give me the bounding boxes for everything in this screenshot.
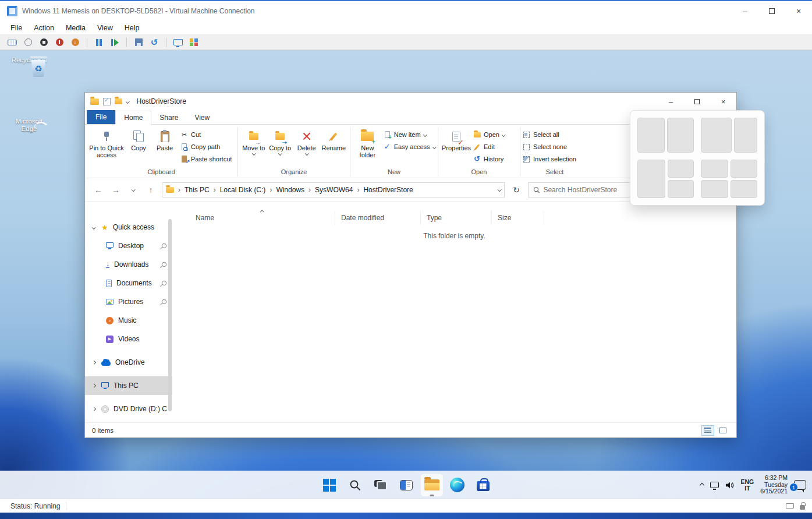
snap-layout-two-equal[interactable] — [637, 118, 694, 153]
task-view-button[interactable] — [369, 474, 392, 497]
edit-button[interactable]: Edit — [473, 142, 505, 152]
snap-zone[interactable] — [701, 180, 728, 198]
expand-chevron-icon[interactable] — [92, 384, 95, 387]
explorer-minimize-button[interactable]: – — [658, 93, 684, 110]
tab-share[interactable]: Share — [151, 111, 186, 124]
select-all-button[interactable]: Select all — [523, 129, 576, 140]
copy-path-button[interactable]: Copy path — [180, 142, 232, 152]
qat-customize-chevron-icon[interactable] — [126, 100, 129, 103]
edge-taskbar-button[interactable] — [446, 474, 469, 497]
nav-scrollbar[interactable] — [168, 219, 172, 411]
properties-button[interactable]: ✓ Properties — [441, 127, 472, 151]
copy-button[interactable]: Copy — [126, 127, 151, 151]
tray-overflow-chevron-icon[interactable] — [699, 482, 704, 487]
snap-layout-left-plus-stack[interactable] — [637, 160, 694, 198]
paste-button[interactable]: Paste — [151, 127, 178, 151]
rename-button[interactable]: Rename — [320, 127, 348, 151]
qat-properties-icon[interactable] — [103, 98, 111, 105]
sidebar-item-music[interactable]: ♪ Music — [85, 311, 172, 330]
desktop-icon-recycle-bin[interactable]: ♻ Recycle Bin — [7, 55, 51, 64]
file-explorer-taskbar-button[interactable] — [420, 474, 444, 497]
up-button[interactable]: ↑ — [144, 183, 157, 196]
checkpoint-icon[interactable] — [133, 37, 144, 48]
forward-button[interactable]: → — [109, 183, 122, 196]
revert-icon[interactable]: ↺ — [149, 37, 159, 48]
copy-to-button[interactable]: ⇢ Copy to — [267, 127, 294, 155]
expand-chevron-icon[interactable] — [92, 361, 95, 364]
sidebar-item-desktop[interactable]: Desktop — [85, 236, 172, 255]
expand-chevron-icon[interactable] — [92, 225, 95, 229]
ctrl-alt-del-icon[interactable] — [7, 37, 17, 48]
snap-zone[interactable] — [731, 160, 758, 178]
vm-close-button[interactable]: × — [785, 1, 812, 21]
snap-layout-quad[interactable] — [701, 160, 757, 198]
snap-zone[interactable] — [637, 160, 665, 198]
tab-home[interactable]: Home — [115, 111, 151, 125]
explorer-close-button[interactable]: × — [710, 93, 736, 110]
snap-zone[interactable] — [668, 180, 694, 198]
start-button[interactable] — [318, 474, 341, 497]
volume-icon[interactable] — [725, 481, 735, 489]
address-dropdown-chevron[interactable] — [498, 188, 501, 191]
menu-media[interactable]: Media — [60, 24, 91, 32]
save-vm-icon[interactable]: ↓ — [70, 37, 80, 48]
select-none-button[interactable]: Select none — [523, 142, 576, 152]
widgets-button[interactable] — [395, 474, 418, 497]
start-vm-icon[interactable] — [23, 37, 33, 48]
new-folder-button[interactable]: ＋ New folder — [353, 127, 382, 158]
new-item-button[interactable]: New item — [384, 129, 435, 140]
column-header-size[interactable]: Size — [492, 211, 544, 225]
invert-selection-button[interactable]: Invert selection — [523, 154, 576, 164]
qat-new-folder-icon[interactable] — [115, 98, 122, 104]
back-button[interactable]: ← — [92, 183, 105, 196]
column-header-date-modified[interactable]: Date modified — [335, 211, 421, 225]
language-indicator[interactable]: ENG IT — [741, 479, 754, 492]
desktop-icon-microsoft-edge[interactable]: Microsoft Edge — [7, 116, 51, 133]
history-button[interactable]: ↺ History — [473, 154, 505, 164]
easy-access-button[interactable]: ✓ Easy access — [384, 142, 435, 152]
sidebar-item-onedrive[interactable]: OneDrive — [85, 353, 172, 372]
tab-view[interactable]: View — [186, 111, 218, 124]
column-header-type[interactable]: Type — [421, 211, 492, 225]
taskbar-search-button[interactable] — [343, 474, 367, 497]
breadcrumb-item[interactable]: HostDriverStore — [363, 186, 413, 194]
sidebar-item-this-pc[interactable]: This PC — [85, 376, 172, 395]
snap-zone[interactable] — [701, 160, 728, 178]
tab-file[interactable]: File — [87, 110, 115, 124]
snap-zone[interactable] — [667, 118, 694, 153]
vm-maximize-button[interactable] — [758, 1, 785, 21]
sidebar-item-pictures[interactable]: Pictures — [85, 292, 172, 311]
open-button[interactable]: Open — [473, 129, 505, 140]
menu-action[interactable]: Action — [28, 24, 60, 32]
notification-center-icon[interactable]: 1 — [794, 480, 806, 490]
breadcrumb-item[interactable]: SysWOW64 — [315, 186, 353, 194]
sidebar-item-quick-access[interactable]: ★ Quick access — [85, 218, 172, 236]
pause-icon[interactable] — [94, 37, 104, 48]
large-icons-view-toggle[interactable] — [717, 425, 729, 436]
menu-view[interactable]: View — [91, 24, 119, 32]
recent-locations-chevron[interactable] — [127, 183, 140, 196]
snap-layout-left-wide[interactable] — [701, 118, 757, 153]
snap-zone[interactable] — [637, 118, 665, 153]
sidebar-item-dvd-drive[interactable]: DVD Drive (D:) C — [85, 400, 172, 418]
breadcrumb-item[interactable]: This PC — [185, 186, 210, 194]
address-box[interactable]: › This PC › Local Disk (C:) › Windows › … — [162, 182, 505, 197]
sidebar-item-downloads[interactable]: ↓ Downloads — [85, 255, 172, 274]
checkpoint-settings-icon[interactable] — [189, 37, 199, 48]
cut-button[interactable]: ✂ Cut — [180, 129, 232, 140]
refresh-button[interactable]: ↻ — [509, 182, 523, 197]
breadcrumb-item[interactable]: Local Disk (C:) — [220, 186, 266, 194]
sidebar-item-documents[interactable]: Documents — [85, 274, 172, 292]
vm-minimize-button[interactable]: – — [732, 1, 758, 21]
snap-zone[interactable] — [701, 118, 732, 153]
turn-off-icon[interactable] — [38, 37, 49, 48]
clock[interactable]: 6:32 PM Tuesday 6/15/2021 — [760, 475, 788, 495]
snap-zone[interactable] — [734, 118, 757, 153]
delete-button[interactable]: Delete — [293, 127, 320, 155]
move-to-button[interactable]: → Move to — [240, 127, 267, 155]
explorer-maximize-button[interactable] — [684, 93, 710, 110]
shut-down-icon[interactable] — [54, 37, 65, 48]
paste-shortcut-button[interactable]: Paste shortcut — [180, 154, 232, 164]
reset-icon[interactable] — [109, 37, 120, 48]
pin-to-quick-access-button[interactable]: Pin to Quick access — [87, 127, 126, 158]
